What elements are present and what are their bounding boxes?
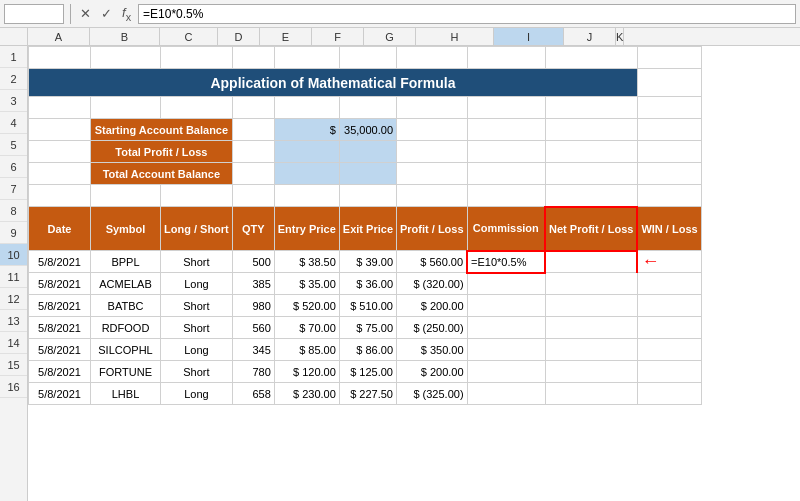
col-header-G: G [364, 28, 416, 45]
qty-12: 980 [232, 295, 274, 317]
b4 [29, 119, 91, 141]
title-cell: Application of Mathematical Formula [29, 69, 638, 97]
ls-13: Short [161, 317, 233, 339]
total-balance-label: Total Account Balance [91, 163, 233, 185]
formula-input[interactable] [138, 4, 796, 24]
row-num-16: 16 [0, 376, 27, 398]
pl-15: $ 200.00 [397, 361, 468, 383]
row-numbers: 12345678910111213141516 [0, 46, 28, 501]
g5 [339, 141, 396, 163]
comm-11 [467, 273, 545, 295]
j6 [545, 163, 637, 185]
formula-bar: ✕ ✓ fx [0, 0, 800, 28]
d1 [161, 47, 233, 69]
net-pl-16 [545, 383, 637, 405]
col-header-A: A [28, 28, 90, 45]
row-num-4: 4 [0, 112, 27, 134]
ls-10: Short [161, 251, 233, 273]
ls-12: Short [161, 295, 233, 317]
date-16: 5/8/2021 [29, 383, 91, 405]
entry-16: $ 230.00 [274, 383, 339, 405]
pl-13: $ (250.00) [397, 317, 468, 339]
entry-15: $ 120.00 [274, 361, 339, 383]
comm-15 [467, 361, 545, 383]
col-header-H: H [416, 28, 494, 45]
b1 [29, 47, 91, 69]
date-13: 5/8/2021 [29, 317, 91, 339]
net-pl-15 [545, 361, 637, 383]
qty-13: 560 [232, 317, 274, 339]
row-num-8: 8 [0, 200, 27, 222]
exit-14: $ 86.00 [339, 339, 396, 361]
exit-13: $ 75.00 [339, 317, 396, 339]
i3 [467, 97, 545, 119]
h4 [467, 119, 545, 141]
header-net-profit-loss: Net Profit / Loss [545, 207, 637, 251]
entry-12: $ 520.00 [274, 295, 339, 317]
d7 [161, 185, 233, 207]
entry-14: $ 85.00 [274, 339, 339, 361]
confirm-icon[interactable]: ✓ [98, 6, 115, 21]
g7 [339, 185, 396, 207]
net-pl-12 [545, 295, 637, 317]
header-commission: Commission [467, 207, 545, 251]
col-header-B: B [90, 28, 160, 45]
header-profit-loss: Profit / Loss [397, 207, 468, 251]
pl-16: $ (325.00) [397, 383, 468, 405]
exit-12: $ 510.00 [339, 295, 396, 317]
arrow-j10: ← [637, 251, 701, 273]
pl-12: $ 200.00 [397, 295, 468, 317]
cancel-icon[interactable]: ✕ [77, 6, 94, 21]
corner-cell [0, 28, 28, 45]
total-pl-label: Total Profit / Loss [91, 141, 233, 163]
k5 [637, 141, 701, 163]
symbol-12: BATBC [91, 295, 161, 317]
starting-balance-label: Starting Account Balance [91, 119, 233, 141]
exit-15: $ 125.00 [339, 361, 396, 383]
entry-10: $ 38.50 [274, 251, 339, 273]
h5 [397, 141, 468, 163]
symbol-13: RDFOOD [91, 317, 161, 339]
e1 [232, 47, 274, 69]
header-longshort: Long / Short [161, 207, 233, 251]
formula-divider [70, 4, 71, 24]
g4 [397, 119, 468, 141]
winloss-12 [637, 295, 701, 317]
symbol-10: BPPL [91, 251, 161, 273]
spreadsheet-area: 12345678910111213141516 Application of M… [0, 46, 800, 501]
name-box[interactable] [4, 4, 64, 24]
row-num-9: 9 [0, 222, 27, 244]
col-header-C: C [160, 28, 218, 45]
c7 [91, 185, 161, 207]
header-qty: QTY [232, 207, 274, 251]
f7 [274, 185, 339, 207]
date-14: 5/8/2021 [29, 339, 91, 361]
row-num-15: 15 [0, 354, 27, 376]
fx-icon[interactable]: fx [119, 5, 134, 23]
col-header-E: E [260, 28, 312, 45]
g3 [339, 97, 396, 119]
entry-13: $ 70.00 [274, 317, 339, 339]
net-pl-11 [545, 273, 637, 295]
header-entry-price: Entry Price [274, 207, 339, 251]
f3 [274, 97, 339, 119]
comm-16 [467, 383, 545, 405]
f5 [274, 141, 339, 163]
dollar-sign-4: $ [274, 119, 339, 141]
h1 [397, 47, 468, 69]
qty-16: 658 [232, 383, 274, 405]
net-pl-14 [545, 339, 637, 361]
net-pl-13 [545, 317, 637, 339]
j4 [637, 119, 701, 141]
row-num-1: 1 [0, 46, 27, 68]
row-num-2: 2 [0, 68, 27, 90]
symbol-16: LHBL [91, 383, 161, 405]
formula-cell-i10[interactable]: =E10*0.5% [467, 251, 545, 273]
b5 [29, 141, 91, 163]
header-symbol: Symbol [91, 207, 161, 251]
b6 [29, 163, 91, 185]
pl-10: $ 560.00 [397, 251, 468, 273]
col-header-J: J [564, 28, 616, 45]
row-num-13: 13 [0, 310, 27, 332]
col-header-D: D [218, 28, 260, 45]
